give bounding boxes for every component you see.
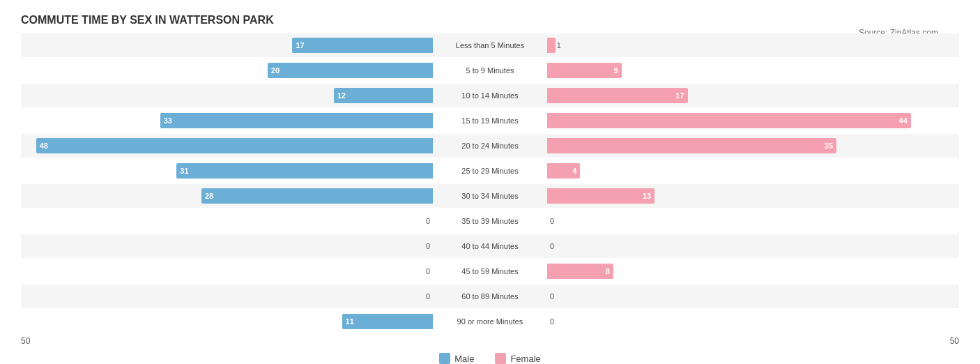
chart-row: 2830 to 34 Minutes13 xyxy=(21,184,959,208)
row-label: 20 to 24 Minutes xyxy=(434,142,546,150)
bar-male-value: 0 xyxy=(426,217,433,225)
bar-left-container: 28 xyxy=(21,188,434,204)
bar-male: 48 xyxy=(36,138,433,153)
row-label: 35 to 39 Minutes xyxy=(434,217,546,225)
chart-row: 1210 to 14 Minutes17 xyxy=(21,84,959,107)
bar-right-container: 0 xyxy=(546,317,959,326)
bar-female-value: 0 xyxy=(547,317,554,326)
chart-row: 045 to 59 Minutes8 xyxy=(21,259,959,283)
row-label: 5 to 9 Minutes xyxy=(434,66,546,75)
chart-row: 040 to 44 Minutes0 xyxy=(21,234,959,258)
bar-male-value: 0 xyxy=(426,267,433,275)
bar-male-value: 48 xyxy=(36,142,48,150)
bar-male: 33 xyxy=(160,113,433,128)
row-label: 90 or more Minutes xyxy=(434,317,546,326)
row-label: 45 to 59 Minutes xyxy=(434,267,546,275)
bar-left-container: 20 xyxy=(21,63,434,78)
chart-row: 4820 to 24 Minutes35 xyxy=(21,134,959,158)
bar-left-container: 0 xyxy=(21,242,434,250)
bar-female: 44 xyxy=(547,113,911,128)
bar-female: 4 xyxy=(547,163,580,179)
bar-right-container: 0 xyxy=(546,292,959,301)
chart-row: 3125 to 29 Minutes4 xyxy=(21,159,959,183)
bar-female-value: 0 xyxy=(547,217,554,225)
bar-male-value: 17 xyxy=(292,41,304,50)
axis-labels: 50 50 xyxy=(21,336,959,346)
bar-female: 35 xyxy=(547,138,836,153)
bar-female-value: 0 xyxy=(547,292,554,301)
bar-male-value: 0 xyxy=(426,242,433,250)
bar-male-value: 31 xyxy=(176,167,188,175)
bar-male: 28 xyxy=(201,188,433,204)
bar-female-value: 0 xyxy=(547,242,554,250)
legend-female-box xyxy=(495,353,506,364)
chart-row: 060 to 89 Minutes0 xyxy=(21,285,959,308)
bar-left-container: 31 xyxy=(21,163,434,179)
chart-row: 205 to 9 Minutes9 xyxy=(21,59,959,82)
row-label: 10 to 14 Minutes xyxy=(434,91,546,100)
bar-female-value: 17 xyxy=(675,91,687,100)
bar-left-container: 11 xyxy=(21,314,434,329)
bar-female-value: 13 xyxy=(643,192,654,200)
bar-male: 12 xyxy=(334,88,433,103)
legend-male-box xyxy=(439,353,450,364)
bar-right-container: 8 xyxy=(546,264,959,279)
bar-male-value: 20 xyxy=(268,66,280,75)
bar-male-value: 28 xyxy=(201,192,213,200)
legend-male: Male xyxy=(439,353,474,364)
bar-male: 17 xyxy=(292,38,433,53)
bar-right-container: 0 xyxy=(546,217,959,225)
bar-female-value: 4 xyxy=(572,167,580,175)
chart-area: 17Less than 5 Minutes1205 to 9 Minutes91… xyxy=(21,33,959,333)
bar-left-container: 17 xyxy=(21,38,434,53)
row-label: Less than 5 Minutes xyxy=(434,41,546,50)
bar-left-container: 48 xyxy=(21,138,434,153)
legend-female: Female xyxy=(495,353,540,364)
bar-male-value: 33 xyxy=(160,116,172,125)
bar-male-value: 0 xyxy=(426,292,433,301)
bar-male: 20 xyxy=(268,63,433,78)
bar-male-value: 12 xyxy=(334,91,346,100)
bar-female-value: 1 xyxy=(557,41,561,50)
bar-left-container: 0 xyxy=(21,217,434,225)
chart-row: 3315 to 19 Minutes44 xyxy=(21,109,959,132)
bar-right-container: 35 xyxy=(546,138,959,153)
bar-right-container: 1 xyxy=(546,38,959,53)
bar-female: 9 xyxy=(547,63,622,78)
legend-male-label: Male xyxy=(454,354,474,364)
chart-row: 035 to 39 Minutes0 xyxy=(21,209,959,233)
bar-female-value: 9 xyxy=(614,66,622,75)
bar-right-container: 44 xyxy=(546,113,959,128)
bar-right-container: 4 xyxy=(546,163,959,179)
bar-male: 31 xyxy=(176,163,433,179)
row-label: 15 to 19 Minutes xyxy=(434,116,546,125)
chart-title: COMMUTE TIME BY SEX IN WATTERSON PARK xyxy=(21,14,959,26)
bar-left-container: 0 xyxy=(21,267,434,275)
bar-female-value: 44 xyxy=(899,116,911,125)
row-label: 60 to 89 Minutes xyxy=(434,292,546,301)
row-label: 30 to 34 Minutes xyxy=(434,192,546,200)
bar-female: 17 xyxy=(547,88,688,103)
bar-female: 8 xyxy=(547,264,613,279)
bar-right-container: 17 xyxy=(546,88,959,103)
bar-female-value: 35 xyxy=(825,142,836,150)
bar-right-container: 0 xyxy=(546,242,959,250)
chart-row: 1190 or more Minutes0 xyxy=(21,310,959,333)
bar-female-value: 8 xyxy=(606,267,613,275)
bar-right-container: 9 xyxy=(546,63,959,78)
axis-right: 50 xyxy=(950,336,959,346)
chart-row: 17Less than 5 Minutes1 xyxy=(21,33,959,57)
row-label: 40 to 44 Minutes xyxy=(434,242,546,250)
axis-left: 50 xyxy=(21,336,30,346)
bar-left-container: 33 xyxy=(21,113,434,128)
row-label: 25 to 29 Minutes xyxy=(434,167,546,175)
legend-female-label: Female xyxy=(510,354,540,364)
bar-male: 11 xyxy=(342,314,433,329)
bar-female xyxy=(547,38,556,53)
bar-left-container: 12 xyxy=(21,88,434,103)
bar-male-value: 11 xyxy=(342,317,354,326)
bar-left-container: 0 xyxy=(21,292,434,301)
bar-female: 13 xyxy=(547,188,654,204)
bar-right-container: 13 xyxy=(546,188,959,204)
legend: Male Female xyxy=(21,353,959,364)
